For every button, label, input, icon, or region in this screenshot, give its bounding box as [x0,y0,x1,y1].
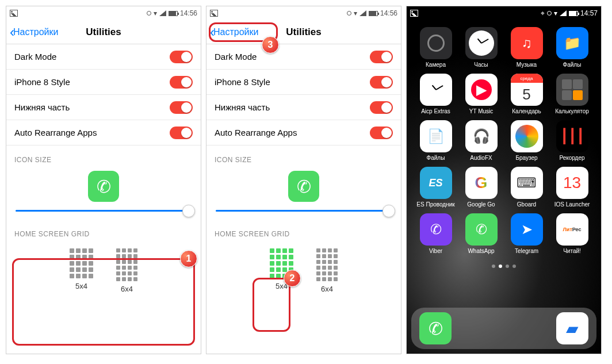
app-google[interactable]: GGoogle Go [460,167,502,208]
app-label: Viber [429,248,442,254]
toggle-iphone8[interactable] [170,76,193,89]
app-tg[interactable]: ➤Telegram [506,213,548,254]
phone-screen-2: ▾ 14:56 ‹Настройки Utilities Dark Mode i… [206,6,401,354]
signal-icon [359,10,366,16]
annotation-badge-1: 1 [180,250,197,267]
grid-option-6x4[interactable]: 6x4 [316,248,338,293]
toggle-row: iPhone 8 Style [6,70,201,95]
rec-icon: ┃┃┃ [556,120,588,152]
status-time: 14:57 [580,9,598,17]
nav-title: Utilities [86,26,121,38]
toggle-row: iPhone 8 Style [206,70,401,95]
status-time: 14:56 [380,9,397,17]
app-label: Файлы [427,155,445,161]
grid-label: 6x4 [116,285,137,293]
picture-icon [10,10,18,17]
toggle-row: Dark Mode [206,44,401,70]
page-indicator[interactable] [407,261,601,271]
app-label: Музыка [517,62,537,68]
ios-icon: 13 [556,167,588,199]
app-folder[interactable]: 📁Файлы [551,27,593,68]
back-button[interactable]: ‹Настройки [6,25,58,39]
app-es[interactable]: ESES Проводник [415,167,457,208]
app-ios[interactable]: 13IOS Launcher [551,167,593,208]
app-label: IOS Launcher [554,201,590,208]
app-label: WhatsApp [468,248,494,254]
icon-size-slider[interactable] [206,204,401,220]
toggle-dark-mode[interactable] [370,51,393,63]
toggle-label: Нижняя часть [215,102,270,112]
calc-icon [556,74,588,106]
battery-icon [369,11,378,16]
icon-preview: ✆ [206,167,401,204]
app-rec[interactable]: ┃┃┃Рекордер [551,120,593,161]
dnd-icon [347,11,351,16]
app-gboard[interactable]: ⌨Gboard [506,167,548,208]
toggle-label: Auto Rearrange Apps [14,128,97,137]
annotation-badge-3: 3 [262,36,279,53]
toggle-iphone8[interactable] [370,76,393,89]
app-browser[interactable]: Браузер [506,120,548,161]
wa-icon: ✆ [465,213,498,246]
app-label: Файлы [563,62,582,68]
app-calc[interactable]: Калькулятор [551,74,593,114]
grid-icon [70,248,93,278]
home-grid: КамераЧасы♫Музыка📁ФайлыAicp Extras▶YT Mu… [407,20,601,261]
nav-bar: ‹Настройки Utilities [6,20,201,44]
toggle-dark-mode[interactable] [170,51,193,63]
dock-messages-icon[interactable]: ▰ [556,312,588,344]
grid-label: 6x4 [316,285,338,293]
es-icon: ES [420,167,452,199]
toggle-bottom[interactable] [170,101,193,114]
app-files2[interactable]: 📄Файлы [415,120,457,161]
toggle-label: Dark Mode [215,52,257,62]
grid-option-5x4[interactable]: 5x4 [70,248,93,293]
clock-icon [465,27,498,59]
app-label: ES Проводник [416,201,454,208]
app-clock2[interactable]: Aicp Extras [415,74,457,114]
app-label: Gboard [517,201,536,208]
toggle-rearrange[interactable] [170,127,193,139]
status-bar: ▾ 14:56 [6,6,201,20]
toggle-row: Auto Rearrange Apps [206,120,401,145]
app-music[interactable]: ♫Музыка [506,27,548,68]
app-wa[interactable]: ✆WhatsApp [460,213,502,254]
phone-icon: ✆ [288,171,319,202]
wifi-icon: ▾ [554,9,557,17]
dnd-icon [147,11,151,16]
app-label: YT Music [469,108,494,114]
dock-phone-icon[interactable]: ✆ [419,312,452,344]
toggle-row: Auto Rearrange Apps [6,120,201,145]
toggle-label: Auto Rearrange Apps [215,128,297,137]
toggle-row: Нижняя часть [6,95,201,120]
app-clock[interactable]: Часы [460,27,502,68]
toggle-row: Dark Mode [6,44,201,70]
camera-icon [420,27,452,59]
app-calendar[interactable]: среда5Календарь [506,74,548,114]
viber-icon: ✆ [420,213,452,246]
app-yt[interactable]: ▶YT Music [460,74,502,114]
toggle-rearrange[interactable] [370,127,393,139]
app-litres[interactable]: ЛитРесЧитай! [551,213,593,254]
icon-size-slider[interactable] [6,204,201,220]
signal-icon [560,10,567,16]
nav-title: Utilities [286,26,321,38]
status-time: 14:56 [180,9,197,17]
grid-option-6x4[interactable]: 6x4 [116,248,137,293]
app-label: Рекордер [559,155,584,161]
status-bar: ⌖ ▾ 14:57 [407,6,601,20]
toggle-bottom[interactable] [370,101,393,114]
folder-icon: 📁 [556,27,588,59]
app-camera[interactable]: Камера [415,27,457,68]
music-icon: ♫ [511,27,543,59]
app-audio[interactable]: 🎧AudioFX [460,120,502,161]
app-label: Календарь [512,108,541,114]
signal-icon [159,10,166,16]
status-bar: ▾ 14:56 [206,6,401,20]
files2-icon: 📄 [420,120,452,152]
grid-icon [116,248,137,281]
back-button[interactable]: ‹Настройки [206,25,258,39]
wifi-icon: ▾ [354,9,357,17]
app-viber[interactable]: ✆Viber [415,213,457,254]
gboard-icon: ⌨ [511,167,543,199]
